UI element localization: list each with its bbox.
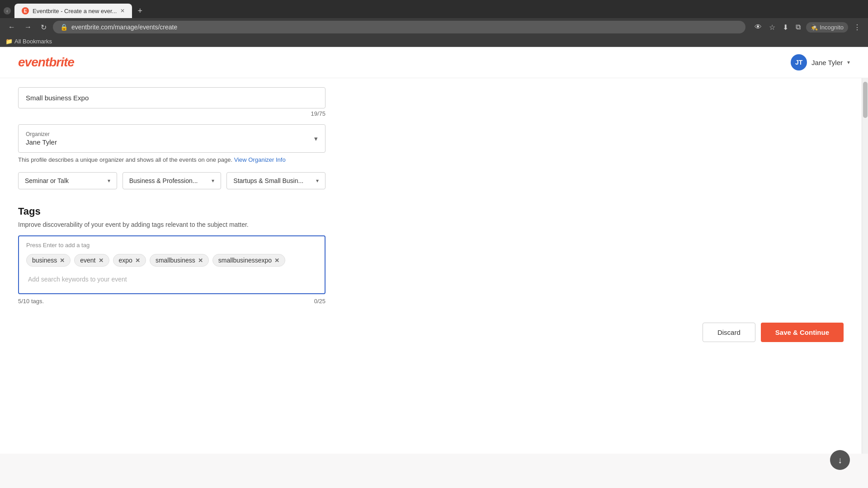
nav-icons: 👁 ☆ ⬇ ⧉ 🕵 Incognito ⋮ bbox=[753, 21, 863, 33]
tag-chip-smallbusiness: smallbusiness ✕ bbox=[150, 254, 209, 267]
tags-char-count: 0/25 bbox=[314, 298, 326, 305]
incognito-badge: 🕵 Incognito bbox=[806, 22, 848, 33]
extensions-icon[interactable]: ⧉ bbox=[794, 21, 802, 33]
user-name: Jane Tyler bbox=[811, 59, 843, 66]
organizer-chevron-icon: ▾ bbox=[314, 135, 318, 143]
category-label: Business & Profession... bbox=[129, 177, 198, 184]
tags-input-box[interactable]: Press Enter to add a tag business ✕ even… bbox=[18, 235, 326, 294]
tags-count: 5/10 tags. bbox=[18, 298, 44, 305]
tags-section: Tags Improve discoverability of your eve… bbox=[18, 206, 844, 305]
event-name-input[interactable] bbox=[18, 87, 326, 108]
tag-chip-expo: expo ✕ bbox=[113, 254, 146, 267]
user-menu[interactable]: JT Jane Tyler ▾ bbox=[791, 54, 850, 70]
bookmarks-bar: 📁 All Bookmarks bbox=[0, 36, 868, 47]
tab-title: Eventbrite - Create a new ever... bbox=[33, 8, 117, 14]
refresh-button[interactable]: ↻ bbox=[38, 21, 49, 33]
event-type-select[interactable]: Seminar or Talk ▾ bbox=[18, 172, 117, 189]
tags-hint: Press Enter to add a tag bbox=[26, 242, 317, 249]
scrollbar-thumb[interactable] bbox=[863, 82, 868, 118]
chevron-down-icon: ▾ bbox=[847, 59, 850, 66]
tag-remove-expo[interactable]: ✕ bbox=[135, 258, 140, 263]
user-avatar: JT bbox=[791, 54, 807, 70]
folder-icon: 📁 bbox=[5, 38, 13, 45]
event-name-char-count: 19/75 bbox=[18, 110, 326, 117]
organizer-select[interactable]: Organizer Jane Tyler ▾ bbox=[18, 124, 326, 153]
subcategory-label: Startups & Small Busin... bbox=[233, 177, 303, 184]
view-organizer-info-link[interactable]: View Organizer Info bbox=[234, 156, 286, 163]
address-bar[interactable]: 🔒 eventbrite.com/manage/events/create bbox=[53, 21, 745, 33]
browser-tab-bar: ‹ E Eventbrite - Create a new ever... ✕ … bbox=[0, 0, 868, 18]
category-chevron-icon: ▾ bbox=[212, 178, 214, 184]
tag-label-expo: expo bbox=[119, 257, 132, 264]
tags-footer: 5/10 tags. 0/25 bbox=[18, 298, 326, 305]
tags-description: Improve discoverability of your event by… bbox=[18, 221, 844, 228]
more-options-button[interactable]: ⋮ bbox=[852, 21, 863, 33]
new-tab-button[interactable]: + bbox=[134, 5, 146, 18]
tag-chip-event: event ✕ bbox=[74, 254, 109, 267]
tag-chip-smallbusinessexpo: smallbusinessexpo ✕ bbox=[212, 254, 285, 267]
subcategory-select[interactable]: Startups & Small Busin... ▾ bbox=[226, 172, 326, 189]
bookmarks-folder[interactable]: 📁 All Bookmarks bbox=[5, 38, 52, 45]
tag-remove-smallbusinessexpo[interactable]: ✕ bbox=[274, 258, 279, 263]
organizer-label: Organizer bbox=[26, 131, 57, 137]
tag-remove-business[interactable]: ✕ bbox=[60, 258, 65, 263]
tag-label-event: event bbox=[80, 257, 95, 264]
tag-search-input[interactable] bbox=[26, 272, 317, 286]
tag-remove-smallbusiness[interactable]: ✕ bbox=[198, 258, 203, 263]
subcategory-chevron-icon: ▾ bbox=[316, 178, 319, 184]
back-button[interactable]: ← bbox=[5, 21, 18, 33]
category-select[interactable]: Business & Profession... ▾ bbox=[123, 172, 222, 189]
tag-label-smallbusiness: smallbusiness bbox=[156, 257, 195, 264]
tag-label-smallbusinessexpo: smallbusinessexpo bbox=[218, 257, 272, 264]
eventbrite-logo[interactable]: eventbrite bbox=[18, 55, 74, 70]
organizer-value: Jane Tyler bbox=[26, 138, 57, 146]
tags-list: business ✕ event ✕ expo ✕ bbox=[26, 254, 317, 267]
forward-button[interactable]: → bbox=[22, 21, 34, 33]
browser-nav-bar: ← → ↻ 🔒 eventbrite.com/manage/events/cre… bbox=[0, 18, 868, 36]
event-name-section: 19/75 bbox=[18, 78, 844, 117]
download-icon[interactable]: ⬇ bbox=[781, 21, 790, 33]
event-type-chevron-icon: ▾ bbox=[108, 178, 110, 184]
tag-remove-event[interactable]: ✕ bbox=[99, 258, 104, 263]
tag-label-business: business bbox=[32, 257, 57, 264]
main-content: 19/75 Organizer Jane Tyler ▾ This profil… bbox=[0, 78, 862, 454]
tags-title: Tags bbox=[18, 206, 844, 217]
incognito-icon: 🕵 bbox=[811, 24, 818, 31]
organizer-section: Organizer Jane Tyler ▾ This profile desc… bbox=[18, 124, 844, 163]
discard-button[interactable]: Discard bbox=[703, 323, 755, 342]
url-text: eventbrite.com/manage/events/create bbox=[71, 23, 177, 31]
vertical-scrollbar[interactable] bbox=[862, 78, 868, 454]
tab-navigation-left[interactable]: ‹ bbox=[4, 7, 11, 14]
category-row: Seminar or Talk ▾ Business & Profession.… bbox=[18, 172, 326, 189]
tab-close-button[interactable]: ✕ bbox=[120, 8, 125, 14]
eye-slash-icon[interactable]: 👁 bbox=[753, 21, 764, 33]
active-tab[interactable]: E Eventbrite - Create a new ever... ✕ bbox=[14, 4, 132, 18]
bookmark-star-icon[interactable]: ☆ bbox=[767, 21, 777, 33]
organizer-info: This profile describes a unique organize… bbox=[18, 156, 326, 163]
bottom-actions: Discard Save & Continue bbox=[18, 323, 844, 342]
save-continue-button[interactable]: Save & Continue bbox=[761, 323, 844, 342]
eventbrite-header: eventbrite JT Jane Tyler ▾ bbox=[0, 47, 868, 78]
tab-favicon: E bbox=[22, 7, 29, 14]
tag-chip-business: business ✕ bbox=[26, 254, 71, 267]
event-type-label: Seminar or Talk bbox=[25, 177, 69, 184]
